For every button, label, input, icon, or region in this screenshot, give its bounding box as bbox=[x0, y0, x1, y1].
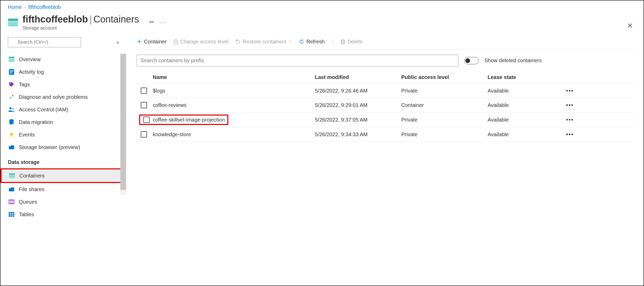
row-checkbox[interactable] bbox=[141, 102, 147, 108]
pin-icon[interactable] bbox=[148, 19, 154, 26]
cell-lease: Available bbox=[488, 117, 566, 123]
sidebar-item-label: Access Control (IAM) bbox=[19, 107, 68, 113]
table-row[interactable]: $logs 5/26/2022, 9:26:46 AM Private Avai… bbox=[137, 84, 635, 98]
col-modified[interactable]: Last modified bbox=[315, 74, 401, 80]
overview-icon bbox=[8, 56, 15, 62]
sidebar-item-overview[interactable]: Overview bbox=[8, 53, 126, 66]
sidebar-item-data-migration[interactable]: Data migration bbox=[8, 116, 126, 128]
queues-icon bbox=[8, 199, 15, 205]
page-header: fifthcoffeeblob | Containers Storage acc… bbox=[1, 11, 643, 31]
breadcrumb: Home › fifthcoffeeblob bbox=[1, 1, 643, 11]
add-container-button[interactable]: Container bbox=[137, 39, 167, 45]
storage-browser-icon bbox=[8, 144, 15, 150]
restore-containers-button: Restore containers bbox=[235, 39, 292, 45]
sidebar-item-events[interactable]: Events bbox=[8, 128, 126, 141]
cell-lease: Available bbox=[488, 88, 566, 94]
svg-rect-7 bbox=[10, 70, 13, 71]
cell-name: knowledge-store bbox=[153, 131, 315, 138]
search-input[interactable] bbox=[8, 37, 81, 47]
toolbar-label: Delete bbox=[347, 39, 363, 45]
breadcrumb-home[interactable]: Home bbox=[8, 4, 22, 10]
filter-row: Show deleted containers bbox=[137, 49, 635, 71]
refresh-icon bbox=[299, 39, 304, 44]
scrollbar[interactable] bbox=[120, 54, 126, 195]
row-more-icon[interactable]: ••• bbox=[566, 102, 584, 108]
cell-name: $logs bbox=[153, 88, 315, 94]
undo-icon bbox=[235, 39, 240, 44]
svg-point-10 bbox=[10, 83, 11, 84]
sidebar-item-diagnose[interactable]: Diagnose and solve problems bbox=[8, 91, 126, 103]
svg-rect-17 bbox=[9, 201, 10, 203]
row-checkbox[interactable] bbox=[141, 88, 147, 94]
containers-icon bbox=[9, 173, 15, 179]
sidebar-item-label: Events bbox=[19, 132, 35, 138]
sidebar-item-label: Tables bbox=[19, 211, 34, 218]
col-access[interactable]: Public access level bbox=[401, 74, 488, 80]
row-more-icon[interactable]: ••• bbox=[566, 131, 584, 138]
svg-rect-4 bbox=[9, 57, 14, 58]
sidebar-item-queues[interactable]: Queues bbox=[8, 196, 126, 208]
sidebar-item-access-control[interactable]: Access Control (IAM) bbox=[8, 103, 126, 116]
collapse-icon[interactable]: « bbox=[116, 39, 119, 45]
svg-point-11 bbox=[9, 107, 12, 109]
sidebar-item-tables[interactable]: Tables bbox=[8, 208, 126, 221]
chevron-down-icon bbox=[289, 40, 292, 43]
close-icon[interactable]: ✕ bbox=[627, 21, 633, 30]
table-row[interactable]: coffee-reviews 5/26/2022, 9:29:01 AM Con… bbox=[137, 98, 635, 112]
toolbar-label: Refresh bbox=[306, 39, 325, 45]
row-checkbox[interactable] bbox=[141, 131, 147, 138]
cell-modified: 5/26/2022, 9:29:01 AM bbox=[315, 102, 401, 108]
access-control-icon bbox=[8, 106, 15, 113]
sidebar-item-label: Storage browser (preview) bbox=[19, 144, 80, 150]
events-icon bbox=[8, 131, 15, 138]
svg-rect-9 bbox=[10, 73, 12, 73]
row-more-icon[interactable]: ••• bbox=[566, 87, 584, 94]
cell-access: Private bbox=[401, 131, 488, 138]
sidebar-item-containers[interactable]: Containers bbox=[1, 168, 122, 183]
containers-table: Name Last modified Public access level L… bbox=[137, 71, 635, 142]
sidebar-item-label: Diagnose and solve problems bbox=[19, 94, 88, 100]
row-more-icon[interactable]: ••• bbox=[566, 116, 584, 123]
diagnose-icon bbox=[8, 94, 15, 100]
sidebar-item-file-shares[interactable]: File shares bbox=[8, 183, 126, 196]
sidebar-item-label: File shares bbox=[19, 186, 44, 192]
col-lease[interactable]: Lease state bbox=[488, 74, 566, 80]
main-content: Container Change access level Restore co… bbox=[126, 37, 643, 283]
cell-modified: 5/26/2022, 9:34:33 AM bbox=[315, 131, 401, 138]
svg-rect-27 bbox=[174, 41, 178, 44]
svg-rect-28 bbox=[341, 40, 344, 44]
svg-rect-20 bbox=[9, 212, 14, 217]
sidebar-item-label: Queues bbox=[19, 199, 37, 205]
resource-type: Storage account bbox=[22, 25, 139, 31]
sidebar-item-storage-browser[interactable]: Storage browser (preview) bbox=[8, 141, 126, 153]
sidebar-item-activity-log[interactable]: Activity log bbox=[8, 66, 126, 78]
table-row[interactable]: coffee-skillset-image-projection 5/26/20… bbox=[137, 112, 635, 127]
container-search-input[interactable] bbox=[137, 55, 458, 66]
cell-lease: Available bbox=[488, 102, 566, 108]
refresh-button[interactable]: Refresh bbox=[299, 39, 325, 45]
resource-name: fifthcoffeeblob bbox=[22, 14, 88, 25]
more-icon[interactable]: ··· bbox=[159, 19, 166, 26]
storage-account-icon bbox=[8, 18, 18, 27]
svg-rect-18 bbox=[11, 201, 12, 203]
sidebar: « Overview Activity log Tags bbox=[1, 37, 126, 283]
sidebar-item-label: Overview bbox=[19, 56, 41, 62]
cell-modified: 5/26/2022, 9:26:46 AM bbox=[315, 88, 401, 94]
svg-rect-8 bbox=[10, 71, 13, 72]
tables-icon bbox=[8, 211, 15, 218]
svg-point-12 bbox=[12, 108, 14, 110]
svg-rect-15 bbox=[9, 175, 15, 178]
sidebar-item-label: Containers bbox=[19, 173, 45, 179]
toolbar-label: Change access level bbox=[180, 39, 229, 45]
svg-rect-5 bbox=[9, 59, 14, 62]
toolbar: Container Change access level Restore co… bbox=[137, 37, 635, 49]
row-checkbox[interactable] bbox=[143, 117, 150, 123]
table-row[interactable]: knowledge-store 5/26/2022, 9:34:33 AM Pr… bbox=[137, 127, 635, 142]
toolbar-label: Container bbox=[144, 39, 167, 45]
cell-lease: Available bbox=[488, 131, 566, 138]
breadcrumb-current[interactable]: fifthcoffeeblob bbox=[28, 4, 61, 10]
sidebar-item-tags[interactable]: Tags bbox=[8, 78, 126, 91]
col-name[interactable]: Name bbox=[153, 74, 315, 80]
show-deleted-toggle[interactable] bbox=[464, 57, 479, 64]
table-header-row: Name Last modified Public access level L… bbox=[137, 71, 635, 84]
